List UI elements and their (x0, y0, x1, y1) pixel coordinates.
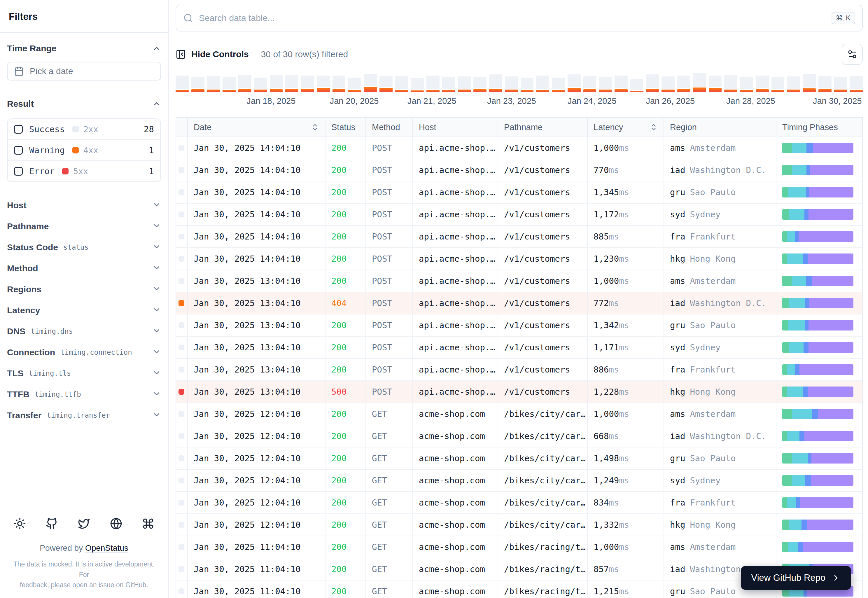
row-status-indicator[interactable] (178, 234, 184, 239)
result-toggle[interactable]: Result (7, 97, 161, 111)
table-row[interactable]: Jan 30, 2025 14:04:10 200 POST api.acme-… (176, 181, 862, 203)
row-status-indicator[interactable] (178, 500, 184, 505)
histogram-bar[interactable] (364, 74, 377, 92)
histogram-bar[interactable] (426, 76, 439, 92)
histogram-bar[interactable] (803, 74, 816, 92)
histogram-bar[interactable] (740, 77, 753, 92)
histogram-bar[interactable] (771, 77, 784, 92)
result-option-error[interactable]: Error 5xx 1 (7, 160, 160, 181)
table-row[interactable]: Jan 30, 2025 14:04:10 200 POST api.acme-… (176, 248, 862, 270)
histogram-bar[interactable] (379, 76, 393, 92)
row-status-indicator[interactable] (178, 433, 184, 439)
histogram-bar[interactable] (583, 76, 596, 92)
column-header-date[interactable]: Date (187, 118, 325, 136)
histogram-bar[interactable] (662, 76, 675, 92)
histogram-bar[interactable] (834, 77, 847, 92)
openstatus-link[interactable]: OpenStatus (85, 543, 128, 553)
table-row[interactable]: Jan 30, 2025 13:04:10 500 POST api.acme-… (176, 381, 862, 403)
row-status-indicator[interactable] (178, 256, 184, 262)
row-status-indicator[interactable] (178, 300, 184, 306)
histogram-bar[interactable] (521, 78, 534, 92)
table-row[interactable]: Jan 30, 2025 12:04:10 200 GET acme-shop.… (176, 403, 862, 425)
histogram-bar[interactable] (301, 76, 314, 92)
table-row[interactable]: Jan 30, 2025 14:04:10 200 POST api.acme-… (176, 226, 862, 248)
table-row[interactable]: Jan 30, 2025 12:04:10 200 GET acme-shop.… (176, 447, 862, 469)
histogram-bar[interactable] (285, 75, 298, 92)
search-input[interactable]: Search data table... (199, 13, 826, 23)
table-row[interactable]: Jan 30, 2025 12:04:10 200 GET acme-shop.… (176, 469, 862, 492)
command-menu-button[interactable] (140, 516, 156, 532)
row-status-indicator[interactable] (178, 278, 184, 284)
row-status-indicator[interactable] (178, 211, 184, 217)
row-status-indicator[interactable] (178, 389, 184, 395)
row-status-indicator[interactable] (178, 167, 184, 173)
checkbox[interactable] (14, 146, 23, 155)
table-row[interactable]: Jan 30, 2025 13:04:10 200 POST api.acme-… (176, 336, 862, 359)
histogram-bar[interactable] (270, 75, 283, 92)
histogram-bar[interactable] (223, 77, 236, 92)
histogram-bar[interactable] (568, 75, 581, 92)
histogram-bar[interactable] (693, 73, 706, 92)
histogram-bar[interactable] (489, 75, 502, 92)
histogram-bar[interactable] (630, 79, 644, 92)
table-row[interactable]: Jan 30, 2025 14:04:10 200 POST api.acme-… (176, 159, 862, 181)
row-status-indicator[interactable] (178, 411, 184, 417)
table-row[interactable]: Jan 30, 2025 13:04:10 200 POST api.acme-… (176, 270, 862, 292)
histogram-bar[interactable] (333, 76, 346, 92)
filter-item-transfer[interactable]: Transfer timing.transfer (7, 405, 161, 426)
filter-item-connection[interactable]: Connection timing.connection (7, 342, 161, 363)
row-status-indicator[interactable] (178, 322, 184, 328)
histogram-bar[interactable] (787, 76, 800, 92)
histogram-bar[interactable] (411, 78, 424, 92)
histogram-bar[interactable] (677, 76, 690, 92)
filter-item-method[interactable]: Method (7, 258, 161, 279)
checkbox[interactable] (14, 167, 23, 176)
table-row[interactable]: Jan 30, 2025 13:04:10 200 POST api.acme-… (176, 314, 862, 336)
histogram-bar[interactable] (176, 76, 189, 92)
table-row[interactable]: Jan 30, 2025 13:04:10 404 POST api.acme-… (176, 292, 862, 314)
filter-item-status-code[interactable]: Status Code status (7, 237, 161, 258)
row-status-indicator[interactable] (178, 522, 184, 528)
table-row[interactable]: Jan 30, 2025 12:04:10 200 GET acme-shop.… (176, 425, 862, 447)
filter-item-tls[interactable]: TLS timing.tls (7, 363, 161, 384)
histogram-bar[interactable] (819, 76, 832, 92)
date-picker-button[interactable]: Pick a date (7, 62, 161, 81)
checkbox[interactable] (14, 125, 23, 134)
histogram-bar[interactable] (207, 76, 220, 92)
view-github-repo-button[interactable]: View GitHub Repo (741, 566, 851, 590)
histogram-bar[interactable] (474, 77, 487, 92)
result-option-success[interactable]: Success 2xx 28 (7, 119, 160, 139)
github-link-button[interactable] (44, 516, 60, 532)
row-status-indicator[interactable] (178, 344, 184, 350)
table-row[interactable]: Jan 30, 2025 12:04:10 200 GET acme-shop.… (176, 514, 862, 536)
open-issue-link[interactable]: open an issue (72, 581, 114, 589)
table-row[interactable]: Jan 30, 2025 11:04:10 200 GET acme-shop.… (176, 536, 862, 558)
row-status-indicator[interactable] (178, 566, 184, 572)
table-row[interactable]: Jan 30, 2025 12:04:10 200 GET acme-shop.… (176, 492, 862, 514)
filter-item-dns[interactable]: DNS timing.dns (7, 321, 161, 342)
filter-item-latency[interactable]: Latency (7, 300, 161, 321)
row-status-indicator[interactable] (178, 588, 184, 594)
histogram-bar[interactable] (442, 77, 455, 92)
table-row[interactable]: Jan 30, 2025 14:04:10 200 POST api.acme-… (176, 137, 862, 159)
view-options-button[interactable] (842, 44, 863, 65)
row-status-indicator[interactable] (178, 145, 184, 151)
row-status-indicator[interactable] (178, 189, 184, 195)
search-bar[interactable]: Search data table... ⌘ K (176, 4, 863, 31)
histogram-bar[interactable] (850, 76, 863, 92)
histogram-bar[interactable] (724, 75, 737, 92)
filter-item-ttfb[interactable]: TTFB timing.ttfb (7, 384, 161, 405)
filter-item-pathname[interactable]: Pathname (7, 216, 161, 237)
histogram-bar[interactable] (599, 77, 612, 92)
filter-item-host[interactable]: Host (7, 195, 161, 216)
histogram-bar[interactable] (536, 76, 549, 92)
website-link-button[interactable] (108, 516, 124, 532)
hide-controls-button[interactable]: Hide Controls (176, 49, 249, 60)
histogram-bar[interactable] (505, 76, 518, 92)
histogram-bar[interactable] (458, 76, 471, 92)
histogram-bar[interactable] (317, 76, 330, 92)
histogram-bar[interactable] (254, 78, 267, 92)
histogram-bar[interactable] (395, 76, 408, 92)
time-range-toggle[interactable]: Time Range (7, 42, 161, 55)
result-option-warning[interactable]: Warning 4xx 1 (7, 139, 160, 160)
